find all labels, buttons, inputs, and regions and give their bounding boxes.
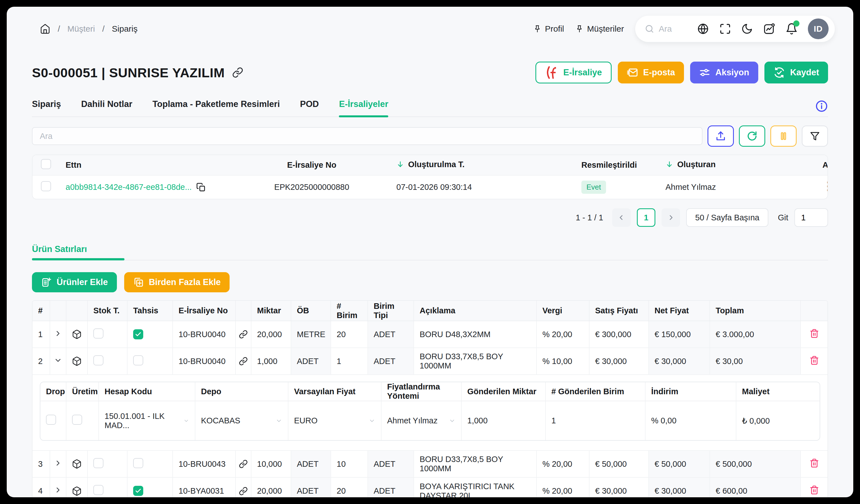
select-all-checkbox[interactable]: [41, 159, 51, 169]
per-page-select[interactable]: 50 / Sayfa Başına: [686, 208, 768, 227]
col-net[interactable]: Net Fiyat: [649, 301, 710, 321]
col-birim[interactable]: # Birim: [331, 301, 368, 321]
ettn-link[interactable]: a0bb9814-342e-4867-ee81-08de...: [66, 182, 192, 192]
tab-toplama-paketleme[interactable]: Toplama - Paketleme Resimleri: [153, 99, 280, 117]
depo-select[interactable]: KOCABAS: [201, 416, 282, 425]
aksiyon-button[interactable]: Aksiyon: [690, 62, 758, 84]
col-tahsis[interactable]: Tahsis: [127, 301, 173, 321]
product-box-icon[interactable]: [69, 486, 85, 496]
varsayilan-fiyat-select[interactable]: EURO: [294, 416, 375, 425]
products-section-title[interactable]: Ürün Satırları: [32, 244, 87, 260]
expand-chevron-icon[interactable]: [54, 329, 62, 338]
col-resmilestirildi[interactable]: Resmileştirildi: [575, 155, 659, 175]
tahsis-checkbox[interactable]: [133, 329, 143, 339]
title-link-icon[interactable]: [232, 67, 243, 78]
pinned-musteriler[interactable]: Müşteriler: [575, 24, 624, 34]
info-icon[interactable]: [815, 100, 828, 117]
col-ob[interactable]: ÖB: [291, 301, 331, 321]
product-box-icon[interactable]: [69, 356, 85, 366]
col-gonderilen-birim: # Gönderilen Birim: [545, 382, 645, 401]
eirsaliye-button[interactable]: E-İrsaliye: [535, 62, 612, 84]
col-eirsaliye-no[interactable]: E-İrsaliye No: [233, 155, 390, 175]
fiyatlandirma-select[interactable]: Ahmet Yılmaz: [387, 416, 456, 425]
kaydet-button[interactable]: Kaydet: [764, 62, 828, 84]
fullscreen-icon[interactable]: [719, 23, 731, 35]
global-search[interactable]: Ara: [645, 24, 687, 34]
product-box-icon[interactable]: [69, 459, 85, 469]
uretim-checkbox[interactable]: [72, 415, 82, 425]
expand-chevron-icon[interactable]: [54, 486, 62, 494]
delete-row-icon[interactable]: [809, 329, 819, 338]
tab-pod[interactable]: POD: [300, 99, 319, 117]
language-globe-icon[interactable]: [697, 23, 709, 35]
page-title: S0-000051 | SUNRISE YAZILIM: [32, 65, 225, 80]
col-eirsaliye-no[interactable]: E-İrsaliye No: [173, 301, 235, 321]
tab-dahili-notlar[interactable]: Dahili Notlar: [81, 99, 132, 117]
chevron-right-icon: [667, 214, 675, 221]
prev-page-button[interactable]: [612, 208, 631, 227]
hesap-kodu-select[interactable]: 150.01.001 - ILK MAD...: [104, 412, 189, 430]
product-box-icon[interactable]: [69, 329, 85, 339]
add-multiple-button[interactable]: Birden Fazla Ekle: [124, 272, 230, 292]
refresh-button[interactable]: [739, 125, 765, 147]
tahsis-checkbox[interactable]: [133, 355, 143, 366]
collapse-chevron-icon[interactable]: [54, 356, 62, 365]
tahsis-checkbox[interactable]: [133, 458, 143, 468]
link-icon[interactable]: [238, 459, 249, 469]
export-icon: [715, 131, 726, 142]
products-toolbar: Ürünler Ekle Birden Fazla Ekle: [32, 272, 828, 292]
current-page-button[interactable]: 1: [637, 208, 655, 227]
col-satis[interactable]: Satış Fiyatı: [589, 301, 649, 321]
col-miktar[interactable]: Miktar: [251, 301, 291, 321]
export-button[interactable]: [707, 125, 734, 147]
pin-icon: [575, 25, 584, 33]
delete-row-icon[interactable]: [809, 458, 819, 468]
col-indirim: İndirim: [645, 382, 736, 401]
tahsis-checkbox[interactable]: [133, 486, 143, 496]
copy-icon[interactable]: [196, 182, 206, 192]
pinned-profil[interactable]: Profil: [533, 24, 564, 34]
col-olusturulma[interactable]: Oluşturulma T.: [390, 155, 575, 175]
expand-chevron-icon[interactable]: [54, 459, 62, 467]
col-toplam[interactable]: Toplam: [710, 301, 801, 321]
detail-table: Drop Üretim Hesap Kodu Depo Varsayılan F…: [40, 382, 820, 440]
stok-checkbox[interactable]: [94, 458, 103, 468]
drop-checkbox[interactable]: [46, 415, 56, 425]
link-icon[interactable]: [238, 330, 249, 339]
filter-button[interactable]: [802, 125, 828, 147]
home-icon[interactable]: [40, 24, 51, 34]
goto-page-input[interactable]: [794, 208, 828, 227]
eposta-button[interactable]: E-posta: [618, 62, 684, 84]
stok-checkbox[interactable]: [94, 355, 103, 366]
link-icon[interactable]: [238, 487, 249, 495]
chevron-down-icon: [275, 417, 282, 424]
columns-button[interactable]: [770, 125, 797, 147]
col-vergi[interactable]: Vergi: [536, 301, 589, 321]
eirsaliye-search-input[interactable]: [32, 127, 702, 145]
delete-row-icon[interactable]: [809, 485, 819, 495]
row-checkbox[interactable]: [41, 181, 51, 191]
eirsaliye-no: EPK2025000000880: [233, 175, 390, 199]
breadcrumb-item-musteri[interactable]: Müşteri: [67, 24, 95, 34]
col-stok[interactable]: Stok T.: [87, 301, 127, 321]
eirsaliye-logo-icon: [545, 65, 558, 80]
activity-monitor-icon[interactable]: [763, 23, 775, 35]
col-ettn[interactable]: Ettn: [59, 155, 233, 175]
col-olusturan[interactable]: Oluşturan: [659, 155, 816, 175]
add-products-button[interactable]: Ürünler Ekle: [32, 272, 117, 292]
stok-checkbox[interactable]: [94, 328, 103, 339]
dark-mode-moon-icon[interactable]: [741, 23, 753, 35]
next-page-button[interactable]: [661, 208, 680, 227]
row-actions-menu-icon[interactable]: ⋮: [822, 180, 828, 192]
col-birim-tipi[interactable]: Birim Tipi: [368, 301, 414, 321]
delete-row-icon[interactable]: [809, 356, 819, 365]
col-aciklama[interactable]: Açıklama: [414, 301, 536, 321]
created-at: 07-01-2026 09:30:14: [390, 175, 575, 199]
col-depo: Depo: [195, 382, 288, 401]
avatar[interactable]: ID: [808, 18, 829, 39]
link-icon[interactable]: [238, 357, 249, 366]
tab-eirsaliyeler[interactable]: E-İrsaliyeler: [339, 99, 388, 117]
stok-checkbox[interactable]: [94, 485, 103, 495]
tab-siparis[interactable]: Sipariş: [32, 99, 61, 117]
notifications-bell-icon[interactable]: [786, 23, 798, 35]
